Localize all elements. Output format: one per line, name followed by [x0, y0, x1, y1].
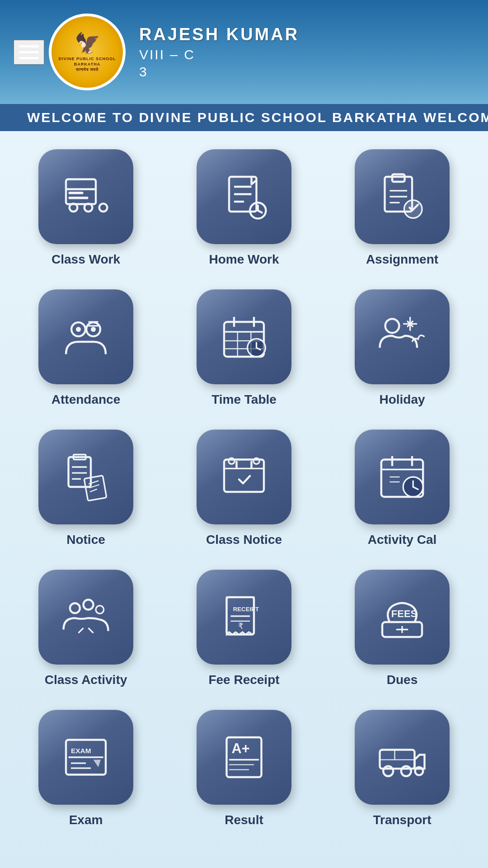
user-info: RAJESH KUMAR VIII – C 3: [139, 25, 299, 80]
logo-school-name: DIVINE PUBLIC SCHOOL: [55, 57, 119, 62]
svg-line-68: [89, 628, 94, 633]
school-logo: 🦅 DIVINE PUBLIC SCHOOL BARKATHA सत्यमेव …: [49, 14, 126, 90]
logo-motto: सत्यमेव जयते: [72, 67, 103, 73]
grid-item-class-activity[interactable]: Class Activity: [14, 570, 158, 687]
svg-rect-5: [69, 192, 84, 194]
item-label-class-work: Class Work: [52, 252, 120, 267]
grid-item-notice[interactable]: Notice: [14, 429, 158, 547]
svg-text:FEES: FEES: [391, 608, 417, 619]
icon-box-result: A+: [197, 710, 291, 805]
svg-point-23: [91, 327, 96, 332]
grid-item-assignment[interactable]: Assignment: [330, 149, 474, 267]
grid-item-class-notice[interactable]: Class Notice: [172, 429, 316, 547]
grid-item-exam[interactable]: EXAM Exam: [14, 710, 158, 827]
icon-box-activity-cal: [355, 429, 450, 524]
item-label-exam: Exam: [69, 813, 103, 827]
icon-box-notice: [38, 429, 133, 524]
grid-item-dues[interactable]: FEES Dues: [330, 570, 474, 687]
icon-box-attendance: [38, 289, 133, 384]
svg-point-64: [70, 603, 80, 613]
grid-item-result[interactable]: A+ Result: [172, 710, 316, 827]
logo-location: BARKATHA: [70, 62, 104, 67]
app-header: 🦅 DIVINE PUBLIC SCHOOL BARKATHA सत्यमेव …: [0, 0, 488, 104]
icon-box-class-activity: [38, 570, 133, 665]
grid-item-fee-receipt[interactable]: RECEIPT ₹ Fee Receipt: [172, 570, 316, 687]
user-name: RAJESH KUMAR: [139, 25, 299, 44]
item-label-notice: Notice: [66, 533, 105, 547]
svg-line-13: [258, 211, 262, 212]
item-label-class-notice: Class Notice: [206, 533, 282, 547]
svg-rect-6: [69, 197, 89, 199]
item-label-dues: Dues: [387, 673, 418, 687]
grid-item-time-table[interactable]: Time Table: [172, 289, 316, 407]
icon-box-home-work: [197, 149, 291, 244]
grid-item-class-work[interactable]: Class Work: [14, 149, 158, 267]
item-label-holiday: Holiday: [379, 392, 425, 407]
svg-text:A+: A+: [232, 741, 250, 756]
item-label-result: Result: [225, 813, 263, 827]
item-label-transport: Transport: [373, 813, 431, 827]
icon-box-class-work: [38, 149, 133, 244]
item-label-home-work: Home Work: [209, 252, 279, 267]
item-label-assignment: Assignment: [366, 252, 438, 267]
user-class: VIII – C: [139, 47, 299, 62]
item-label-fee-receipt: Fee Receipt: [208, 673, 279, 687]
icon-box-fee-receipt: RECEIPT ₹: [197, 570, 291, 665]
grid-item-transport[interactable]: Transport: [330, 710, 474, 827]
icon-box-transport: [355, 710, 450, 805]
menu-button[interactable]: [14, 40, 44, 65]
svg-point-65: [84, 600, 94, 610]
marquee-bar: WELCOME TO DIVINE PUBLIC SCHOOL BARKATHA…: [0, 104, 488, 131]
svg-point-22: [76, 327, 81, 332]
user-roll: 3: [139, 64, 299, 80]
svg-rect-15: [392, 175, 405, 182]
icon-box-dues: FEES: [355, 570, 450, 665]
svg-point-37: [385, 319, 399, 333]
grid-item-holiday[interactable]: Holiday: [330, 289, 474, 407]
item-label-activity-cal: Activity Cal: [368, 533, 437, 547]
grid-item-activity-cal[interactable]: Activity Cal: [330, 429, 474, 547]
svg-text:RECEIPT: RECEIPT: [233, 606, 259, 613]
main-content: Class Work Home Work Assignment Attendan…: [0, 131, 488, 868]
eagle-icon: 🦅: [75, 31, 100, 56]
svg-text:₹: ₹: [238, 622, 243, 631]
svg-rect-42: [69, 457, 91, 487]
icon-box-time-table: [197, 289, 291, 384]
icon-box-class-notice: [197, 429, 291, 524]
item-label-time-table: Time Table: [211, 392, 277, 407]
icon-box-holiday: [355, 289, 450, 384]
svg-line-50: [89, 489, 97, 492]
item-label-attendance: Attendance: [52, 392, 120, 407]
marquee-text: WELCOME TO DIVINE PUBLIC SCHOOL BARKATHA…: [0, 110, 488, 125]
grid-item-attendance[interactable]: Attendance: [14, 289, 158, 407]
svg-line-67: [79, 628, 84, 633]
marquee-content: WELCOME TO DIVINE PUBLIC SCHOOL BARKATHA…: [0, 110, 488, 125]
svg-point-4: [99, 203, 108, 212]
menu-grid: Class Work Home Work Assignment Attendan…: [14, 149, 474, 827]
svg-text:EXAM: EXAM: [71, 747, 91, 755]
icon-box-assignment: [355, 149, 450, 244]
icon-box-exam: EXAM: [38, 710, 133, 805]
grid-item-home-work[interactable]: Home Work: [172, 149, 316, 267]
item-label-class-activity: Class Activity: [45, 673, 127, 687]
svg-point-66: [96, 606, 104, 614]
svg-rect-47: [84, 476, 107, 501]
